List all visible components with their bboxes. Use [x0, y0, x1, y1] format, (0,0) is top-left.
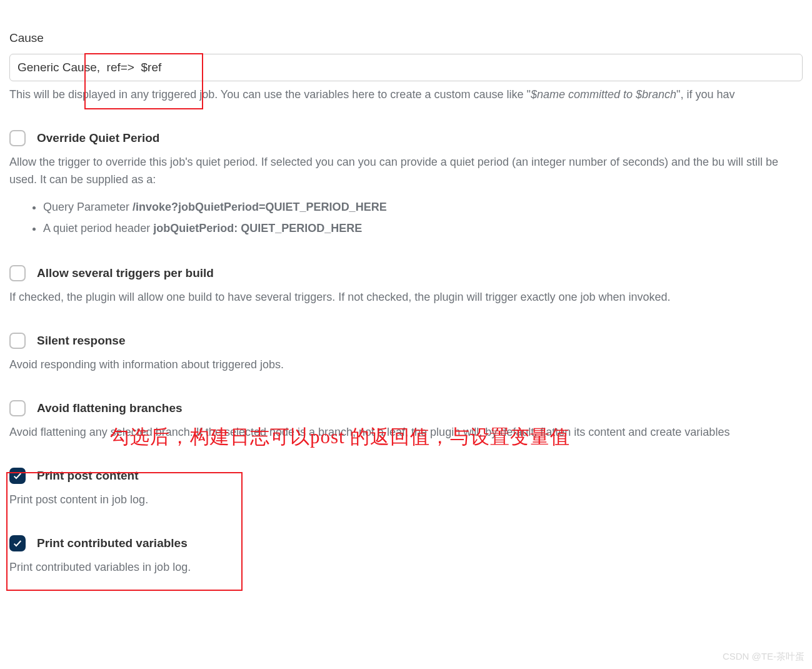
watermark: CSDN @TE-茶叶蛋: [723, 651, 804, 663]
cause-help: This will be displayed in any triggered …: [9, 86, 803, 104]
override-quiet-checkbox[interactable]: [9, 130, 26, 146]
silent-response-help: Avoid responding with information about …: [9, 356, 803, 374]
allow-several-label: Allow several triggers per build: [37, 266, 214, 280]
annotation-text: 勾选后，构建日志可以post 的返回值，与设置变量值: [110, 424, 570, 450]
silent-response-label: Silent response: [37, 334, 126, 348]
check-icon: [13, 538, 23, 548]
check-icon: [13, 471, 23, 481]
print-vars-label: Print contributed variables: [37, 536, 188, 550]
silent-response-checkbox[interactable]: [9, 333, 26, 349]
list-item: Query Parameter /invoke?jobQuietPeriod=Q…: [43, 196, 803, 218]
print-post-checkbox[interactable]: [9, 468, 26, 484]
print-post-label: Print post content: [37, 469, 139, 483]
allow-several-checkbox[interactable]: [9, 265, 26, 281]
avoid-flatten-label: Avoid flattening branches: [37, 401, 183, 415]
print-vars-help: Print contributed variables in job log.: [9, 559, 803, 576]
print-vars-checkbox[interactable]: [9, 535, 26, 551]
override-quiet-bullets: Query Parameter /invoke?jobQuietPeriod=Q…: [43, 196, 803, 239]
override-quiet-help: Allow the trigger to override this job's…: [9, 154, 803, 189]
cause-input[interactable]: [9, 54, 803, 81]
override-quiet-label: Override Quiet Period: [37, 131, 159, 145]
list-item: A quiet period header jobQuietPeriod: QU…: [43, 218, 803, 239]
avoid-flatten-checkbox[interactable]: [9, 400, 26, 416]
allow-several-help: If checked, the plugin will allow one bu…: [9, 289, 803, 306]
print-post-help: Print post content in job log.: [9, 491, 803, 509]
cause-label: Cause: [9, 31, 803, 45]
